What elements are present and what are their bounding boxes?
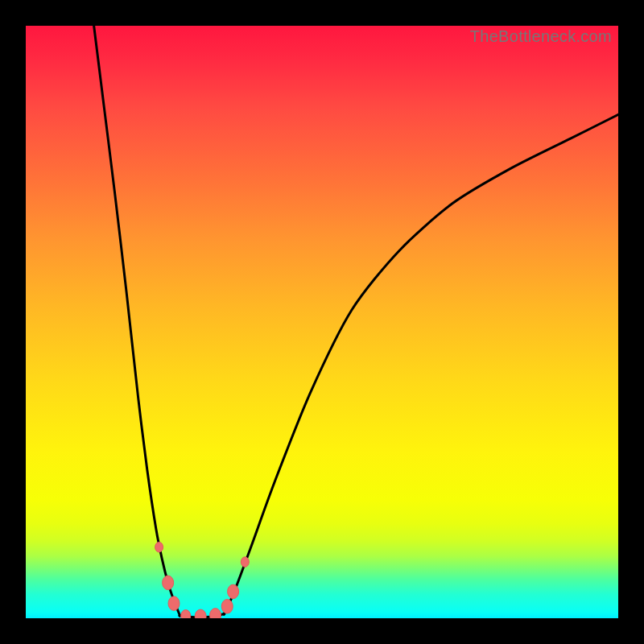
marker-group — [155, 542, 250, 618]
data-marker — [195, 609, 206, 618]
data-marker — [168, 597, 180, 611]
data-marker — [181, 610, 191, 618]
data-marker — [163, 576, 174, 590]
data-marker — [241, 557, 249, 568]
data-marker — [155, 542, 163, 552]
data-marker — [221, 600, 233, 614]
bottleneck-curve — [94, 26, 618, 617]
plot-area: TheBottleneck.com — [26, 26, 618, 618]
watermark-text: TheBottleneck.com — [470, 27, 612, 46]
chart-frame: TheBottleneck.com — [0, 0, 644, 644]
curve-group — [94, 26, 618, 617]
data-marker — [210, 609, 221, 618]
bottleneck-curve-plot — [26, 26, 618, 618]
data-marker — [228, 584, 239, 599]
